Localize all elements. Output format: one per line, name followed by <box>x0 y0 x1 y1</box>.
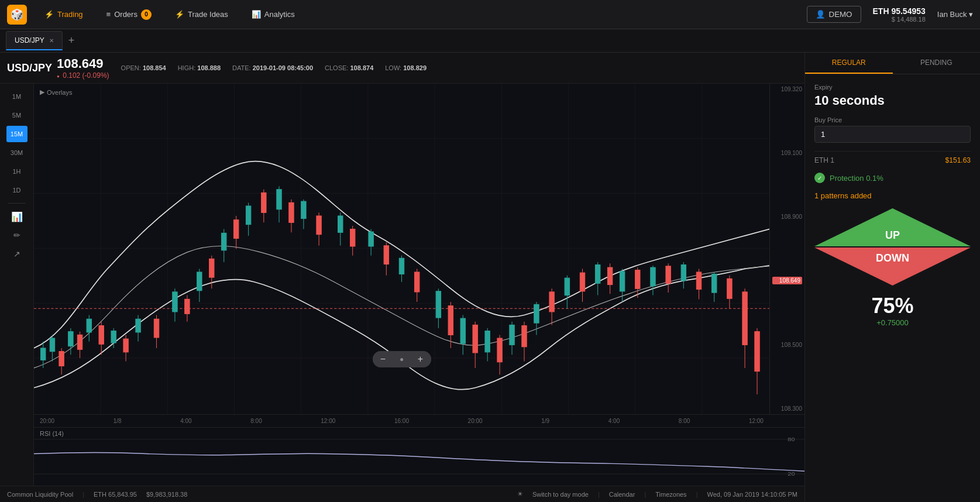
x-label-10: 12:00 <box>749 418 764 424</box>
svg-rect-57 <box>565 278 569 295</box>
nav-orders[interactable]: ≡ Orders 0 <box>101 6 157 23</box>
rsi-chart: 80 20 <box>34 428 804 486</box>
svg-rect-45 <box>399 258 404 274</box>
trend-tool-icon[interactable]: ↗ <box>6 246 27 262</box>
overlays-arrow: ▶ <box>40 88 44 96</box>
svg-rect-65 <box>681 265 686 281</box>
zoom-reset-dot[interactable]: ● <box>394 351 410 367</box>
y-label-5: 108.300 <box>772 405 802 412</box>
zoom-in-button[interactable]: + <box>410 351 431 367</box>
patterns-label: 1 patterns added <box>814 191 872 200</box>
tf-1m[interactable]: 1M <box>6 88 27 105</box>
sun-icon: ☀ <box>517 490 523 498</box>
usd-balance-status: $9,983,918.38 <box>146 491 187 498</box>
tf-30m[interactable]: 30M <box>6 145 27 161</box>
y-label-4: 108.500 <box>772 342 802 348</box>
right-tabs: REGULAR PENDING <box>805 53 980 74</box>
date-label: DATE: 2019-01-09 08:45:00 <box>232 64 313 71</box>
logo: 🎲 <box>7 5 27 25</box>
zoom-out-button[interactable]: − <box>373 351 394 367</box>
x-label-8: 4:00 <box>608 418 620 424</box>
svg-text:20: 20 <box>788 471 795 477</box>
overlays-label[interactable]: ▶ Overlays <box>40 88 72 96</box>
left-toolbar: 1M 5M 15M 30M 1H 1D 📊 ✏ ↗ <box>0 84 34 486</box>
svg-rect-81 <box>209 259 214 277</box>
x-label-3: 8:00 <box>250 418 262 424</box>
svg-rect-37 <box>277 190 281 209</box>
tf-5m[interactable]: 5M <box>6 107 27 123</box>
up-button[interactable]: UP <box>814 208 971 246</box>
draw-tool-icon[interactable]: ✏ <box>6 227 27 243</box>
payout-sub: +0.75000 <box>814 318 971 327</box>
bar-chart-icon[interactable]: 📊 <box>6 208 27 225</box>
svg-rect-121 <box>755 332 759 372</box>
top-nav: 🎲 ⚡ Trading ≡ Orders 0 ⚡ Trade Ideas 📊 A… <box>0 0 980 29</box>
x-label-1: 1/8 <box>114 418 122 424</box>
svg-rect-23 <box>87 319 91 332</box>
y-label-2: 108.900 <box>772 214 802 220</box>
svg-rect-21 <box>68 332 73 346</box>
tab-close-icon[interactable]: ✕ <box>49 37 54 44</box>
x-label-5: 16:00 <box>394 418 409 424</box>
tf-1h[interactable]: 1H <box>6 163 27 180</box>
expiry-group: Expiry 10 seconds <box>814 84 971 108</box>
svg-rect-107 <box>580 273 584 291</box>
tab-bar: USD/JPY ✕ + <box>0 29 980 53</box>
trading-icon: ⚡ <box>44 10 54 19</box>
svg-rect-31 <box>197 272 202 291</box>
rsi-label: RSI (14) <box>40 430 64 437</box>
low-label: LOW: 108.829 <box>385 64 427 71</box>
eth-cost-label: ETH 1 <box>814 156 834 164</box>
tf-1d[interactable]: 1D <box>6 182 27 198</box>
tab-regular[interactable]: REGULAR <box>805 53 893 74</box>
nav-analytics[interactable]: 📊 Analytics <box>246 6 301 22</box>
svg-rect-33 <box>222 233 226 250</box>
tab-symbol-label: USD/JPY <box>15 36 44 44</box>
svg-rect-93 <box>384 246 388 264</box>
status-bar: Common Liquidity Pool | ETH 65,843.95 $9… <box>0 486 804 502</box>
payout-section: 75% +0.75000 <box>814 294 971 327</box>
svg-rect-79 <box>185 299 190 314</box>
eth-usd: $ 14,488.18 <box>873 16 926 23</box>
chart-main-col: ▶ Overlays <box>34 84 804 486</box>
switch-mode-btn[interactable]: Switch to day mode <box>532 491 589 498</box>
svg-text:80: 80 <box>788 436 795 442</box>
buy-price-group: Buy Price <box>814 116 971 143</box>
svg-rect-49 <box>460 318 465 343</box>
chart-meta: OPEN: 108.854 HIGH: 108.888 DATE: 2019-0… <box>121 64 427 71</box>
svg-rect-63 <box>651 267 655 286</box>
svg-rect-73 <box>99 326 104 345</box>
calendar-btn[interactable]: Calendar <box>609 491 635 498</box>
timezones-btn[interactable]: Timezones <box>655 491 686 498</box>
protection-label: Protection 0.1% <box>830 174 883 183</box>
svg-rect-17 <box>41 348 46 360</box>
svg-rect-89 <box>317 216 321 235</box>
user-menu[interactable]: Ian Buck ▾ <box>937 10 973 19</box>
protection-check-icon: ✓ <box>814 173 825 183</box>
protection-row: ✓ Protection 0.1% <box>814 173 971 183</box>
eth-balance-status: ETH 65,843.95 <box>94 491 137 498</box>
down-button[interactable]: DOWN <box>814 247 971 286</box>
main-layout: USD/JPY 108.649 ● 0.102 (-0.09%) OPEN: 1… <box>0 53 980 502</box>
orders-badge: 0 <box>141 9 152 20</box>
add-tab-button[interactable]: + <box>63 32 81 49</box>
nav-trade-ideas[interactable]: ⚡ Trade Ideas <box>169 6 234 22</box>
svg-rect-25 <box>111 331 116 343</box>
y-label-1: 109.100 <box>772 150 802 156</box>
demo-icon: 👤 <box>816 10 826 19</box>
right-content: Expiry 10 seconds Buy Price ETH 1 $151.6… <box>805 74 980 502</box>
svg-rect-41 <box>338 216 343 232</box>
chart-svg-wrapper[interactable]: ▶ Overlays <box>34 84 769 414</box>
eth-price: ETH 95.54953 <box>873 6 926 16</box>
buy-price-label: Buy Price <box>814 116 971 123</box>
tab-pending[interactable]: PENDING <box>893 53 981 74</box>
expiry-label: Expiry <box>814 84 971 91</box>
demo-button[interactable]: 👤 DEMO <box>807 6 861 23</box>
svg-rect-109 <box>607 267 612 284</box>
price-change: 0.102 (-0.09%) <box>63 71 109 80</box>
tab-usdjpy[interactable]: USD/JPY ✕ <box>6 31 63 50</box>
svg-rect-113 <box>666 266 670 283</box>
tf-15m[interactable]: 15M <box>6 126 27 142</box>
buy-price-input[interactable] <box>814 126 971 143</box>
nav-trading[interactable]: ⚡ Trading <box>39 6 89 22</box>
